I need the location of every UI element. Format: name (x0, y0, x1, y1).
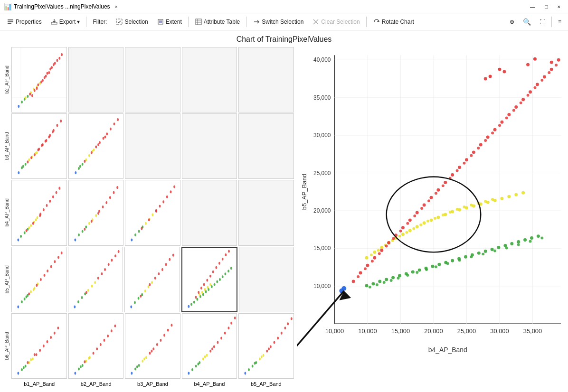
x-label-b5: b5_AP_Band (238, 381, 294, 387)
selection-label: Selection (124, 19, 148, 25)
toolbar-right-controls: ⊕ 🔍 ⛶ ≡ (506, 16, 565, 28)
matrix-cell-b5-b1[interactable] (11, 247, 66, 312)
svg-point-159 (33, 288, 35, 291)
svg-point-446 (458, 166, 461, 169)
matrix-cell-b2-b2 (68, 47, 124, 112)
svg-point-304 (281, 332, 283, 335)
toolbar-separator-2 (188, 17, 189, 27)
matrix-cell-b5-b2[interactable] (68, 247, 123, 312)
svg-point-109 (78, 233, 80, 236)
zoom-in-icon: 🔍 (523, 18, 531, 26)
svg-point-169 (101, 272, 103, 275)
svg-point-184 (154, 277, 156, 280)
svg-point-41 (31, 94, 33, 97)
svg-point-435 (380, 249, 383, 252)
svg-point-283 (213, 345, 215, 348)
svg-point-309 (268, 347, 270, 350)
svg-point-17 (21, 101, 23, 103)
svg-point-177 (131, 305, 133, 308)
selection-icon (115, 18, 123, 26)
svg-point-155 (61, 252, 63, 254)
matrix-cell-b4-b2[interactable] (68, 180, 124, 245)
svg-rect-7 (196, 19, 201, 25)
svg-point-195 (193, 300, 195, 303)
switch-selection-label: Switch Selection (262, 19, 303, 25)
matrix-cell-b6-b3[interactable] (125, 313, 180, 379)
svg-point-477 (442, 184, 445, 187)
svg-rect-226 (12, 314, 66, 378)
svg-point-42 (36, 87, 38, 90)
svg-point-485 (498, 124, 501, 127)
attribute-table-button[interactable]: Attribute Table (191, 16, 244, 28)
svg-point-489 (527, 94, 530, 97)
switch-selection-button[interactable]: Switch Selection (249, 16, 307, 28)
svg-point-292 (211, 347, 213, 350)
svg-point-278 (195, 364, 197, 367)
toolbar-separator-3 (246, 17, 246, 27)
matrix-cell-b5-b3[interactable] (124, 247, 180, 312)
svg-point-246 (81, 364, 83, 367)
fullscreen-button[interactable]: ⛶ (536, 17, 549, 27)
svg-point-133 (159, 205, 161, 208)
matrix-cell-b4-b1[interactable] (11, 180, 67, 245)
matrix-cell-b3-b1[interactable] (11, 113, 67, 179)
svg-point-264 (145, 356, 147, 359)
clear-selection-button[interactable]: Clear Selection (308, 16, 363, 28)
svg-point-479 (456, 169, 459, 172)
svg-point-399 (430, 218, 433, 222)
extent-button[interactable]: Extent (153, 16, 186, 28)
svg-text:40,000: 40,000 (313, 56, 331, 63)
svg-point-440 (416, 211, 419, 214)
svg-point-451 (493, 128, 497, 131)
svg-point-250 (96, 347, 98, 350)
svg-point-121 (84, 228, 85, 231)
matrix-cell-b5-b4-highlighted[interactable] (181, 247, 237, 312)
maximize-icon[interactable]: □ (541, 3, 552, 10)
svg-point-441 (423, 204, 426, 207)
matrix-cell-b3-b2[interactable] (68, 113, 124, 179)
selection-button[interactable]: Selection (112, 16, 151, 28)
svg-point-444 (444, 181, 447, 184)
svg-point-83 (104, 136, 106, 139)
svg-point-255 (114, 325, 116, 327)
properties-icon (7, 18, 14, 26)
svg-text:30,000: 30,000 (313, 132, 331, 139)
svg-point-134 (162, 201, 164, 204)
svg-point-483 (484, 139, 487, 142)
matrix-cell-b6-b4[interactable] (182, 313, 237, 379)
svg-point-367 (510, 242, 513, 245)
svg-point-62 (45, 140, 47, 143)
more-options-button[interactable]: ≡ (554, 17, 565, 27)
svg-rect-1 (8, 21, 13, 22)
svg-point-181 (144, 289, 146, 292)
svg-point-427 (470, 204, 473, 206)
svg-text:b5_AP_Band: b5_AP_Band (301, 174, 308, 210)
svg-point-287 (227, 327, 229, 329)
window-close-icon[interactable]: × (554, 3, 564, 10)
zoom-in-button[interactable]: 🔍 (519, 16, 535, 28)
nav-button[interactable]: ⊕ (506, 17, 518, 27)
close-tab-icon[interactable]: × (112, 3, 121, 10)
y-label-b3: b3_AP_Band (2, 113, 11, 179)
matrix-cell-b2-b1[interactable] (11, 47, 67, 112)
matrix-cell-b4-b3[interactable] (125, 180, 180, 245)
svg-point-96 (43, 208, 45, 211)
svg-point-353 (418, 269, 421, 272)
svg-point-465 (357, 275, 360, 278)
x-label-b2: b2_AP_Band (67, 381, 124, 387)
export-label: Export (59, 19, 76, 25)
svg-point-85 (93, 149, 95, 151)
properties-button[interactable]: Properties (3, 16, 46, 28)
matrix-cell-b6-b5[interactable] (238, 313, 294, 379)
svg-point-120 (116, 187, 118, 189)
matrix-cell-b6-b1[interactable] (11, 313, 67, 379)
svg-point-390 (365, 256, 368, 260)
minimize-icon[interactable]: — (526, 3, 539, 10)
toolbar-separator-1 (86, 17, 86, 27)
export-button[interactable]: Export ▾ (47, 16, 84, 28)
svg-point-276 (188, 372, 189, 374)
matrix-cell-b6-b2[interactable] (68, 313, 124, 379)
svg-point-471 (399, 230, 402, 233)
rotate-chart-button[interactable]: Rotate Chart (369, 16, 418, 28)
svg-point-464 (550, 61, 553, 64)
